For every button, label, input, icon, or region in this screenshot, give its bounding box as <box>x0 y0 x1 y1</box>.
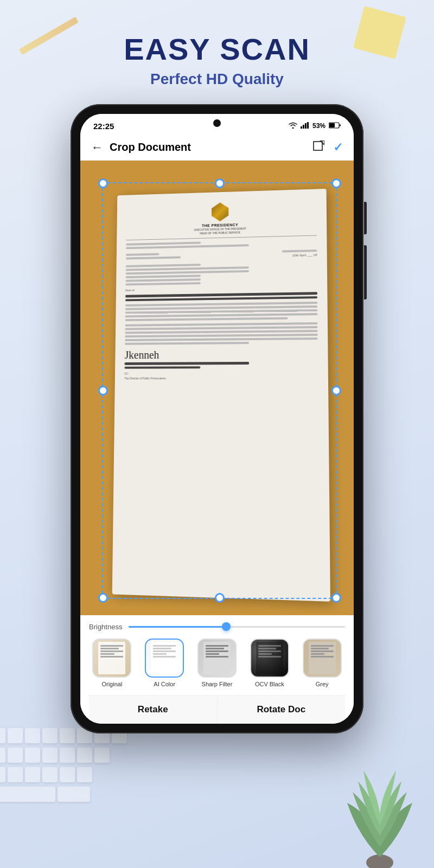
filter-thumb-ocv-black <box>250 639 289 678</box>
nav-title: Crop Document <box>110 141 312 154</box>
svg-rect-4 <box>305 123 307 129</box>
doc-header: THE PRESIDENCY EXECUTIVE OFFICE OF THE P… <box>126 200 317 237</box>
phone-mockup: 22:25 <box>0 104 434 733</box>
doc-signature: Jkenneh <box>125 348 318 361</box>
camera-notch <box>213 119 221 127</box>
crop-handle-bl[interactable] <box>98 593 108 603</box>
nav-icons: ✓ <box>312 141 343 155</box>
battery-icon <box>329 122 341 130</box>
filter-ai-color[interactable]: AI Color <box>145 639 184 687</box>
filter-thumb-grey <box>303 639 342 678</box>
crop-handle-ml[interactable] <box>98 386 108 395</box>
filter-label-ai-color: AI Color <box>154 681 175 687</box>
scan-area: THE PRESIDENCY EXECUTIVE OFFICE OF THE P… <box>80 161 354 615</box>
crop-handle-tr[interactable] <box>331 178 341 188</box>
action-row: Retake Rotate Doc <box>89 695 345 724</box>
crop-handle-mr[interactable] <box>331 386 341 395</box>
filter-label-sharp: Sharp Filter <box>202 681 233 687</box>
status-icons: 53% <box>289 122 341 130</box>
phone-frame: 22:25 <box>71 104 363 733</box>
app-subtitle: Perfect HD Quality <box>0 71 434 88</box>
filter-thumb-sharp <box>197 639 237 678</box>
nav-bar: ← Crop Document ✓ <box>80 135 354 161</box>
svg-rect-7 <box>329 123 335 127</box>
svg-rect-8 <box>314 142 322 150</box>
brightness-label: Brightness <box>89 623 122 631</box>
filter-sharp[interactable]: Sharp Filter <box>197 639 237 687</box>
svg-point-1 <box>292 127 293 129</box>
crop-handle-tl[interactable] <box>98 178 108 188</box>
back-button[interactable]: ← <box>91 141 103 155</box>
app-title: EASY SCAN <box>0 33 434 66</box>
filter-label-grey: Grey <box>316 681 329 687</box>
retake-button[interactable]: Retake <box>89 695 218 724</box>
header-section: EASY SCAN Perfect HD Quality <box>0 0 434 104</box>
side-button-1 <box>364 202 367 234</box>
filter-ocv-black[interactable]: OCV Black <box>250 639 289 687</box>
doc-crest <box>212 202 228 221</box>
brightness-fill <box>129 626 226 628</box>
check-button[interactable]: ✓ <box>333 141 343 155</box>
wifi-icon <box>289 122 297 130</box>
filter-label-original: Original <box>101 681 122 687</box>
rotate-doc-button[interactable]: Rotate Doc <box>218 695 346 724</box>
crop-handle-tc[interactable] <box>215 178 225 188</box>
crop-handle-br[interactable] <box>331 593 341 603</box>
filter-row: Original <box>89 639 345 687</box>
document-paper: THE PRESIDENCY EXECUTIVE OFFICE OF THE P… <box>112 189 330 602</box>
svg-rect-3 <box>303 125 304 129</box>
brightness-row: Brightness <box>89 623 345 631</box>
filter-original[interactable]: Original <box>92 639 131 687</box>
signal-icon <box>301 122 309 130</box>
edit-icon[interactable] <box>312 141 324 155</box>
svg-rect-5 <box>307 122 309 129</box>
filter-label-ocv-black: OCV Black <box>255 681 284 687</box>
bg-plant-decoration <box>336 760 423 868</box>
phone-screen: 22:25 <box>80 114 354 724</box>
brightness-thumb[interactable] <box>222 622 231 631</box>
status-bar: 22:25 <box>80 114 354 135</box>
side-button-2 <box>364 245 367 299</box>
battery-percentage: 53% <box>312 122 326 130</box>
svg-rect-2 <box>301 126 302 129</box>
filter-grey[interactable]: Grey <box>303 639 342 687</box>
filter-thumb-original <box>92 639 131 678</box>
brightness-slider[interactable] <box>129 626 345 628</box>
filter-thumb-ai-color <box>145 639 184 678</box>
status-time: 22:25 <box>93 122 114 131</box>
bottom-panel: Brightness <box>80 615 354 724</box>
bg-keyboard-decoration <box>0 727 152 835</box>
